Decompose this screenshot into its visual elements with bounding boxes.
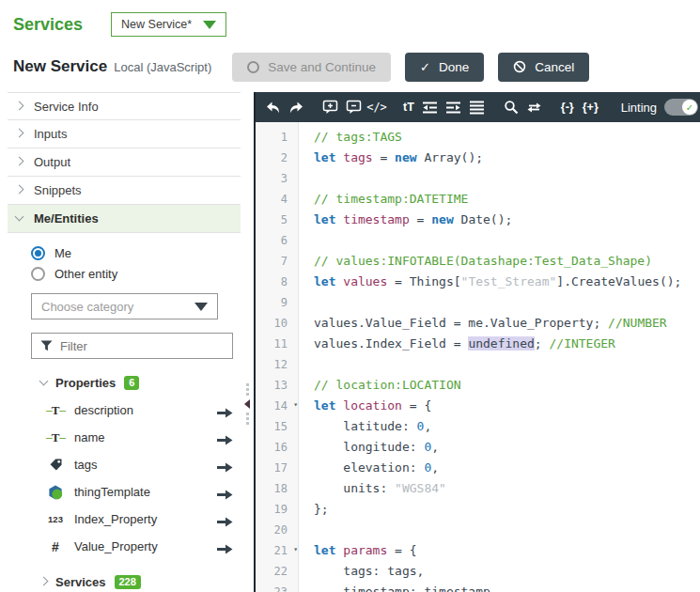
code-text[interactable]: values.Index_Field = undefined; //INTEGE… — [299, 334, 615, 354]
radio-me[interactable]: Me — [31, 246, 241, 260]
search-icon[interactable] — [500, 96, 522, 118]
sidebar-section-me-entities[interactable]: Me/Entities — [8, 205, 241, 233]
code-text[interactable] — [299, 168, 314, 189]
radio-unselected-icon[interactable] — [31, 267, 45, 281]
indent-less-icon[interactable] — [419, 96, 442, 118]
redo-icon[interactable] — [285, 96, 307, 118]
code-text[interactable]: tags: tags, — [299, 561, 424, 582]
properties-count-badge: 6 — [124, 376, 139, 390]
code-text[interactable]: // tags:TAGS — [299, 127, 402, 148]
service-selector-dropdown[interactable]: New Service* — [111, 12, 226, 37]
code-line: 2let tags = new Array(); — [256, 148, 700, 168]
line-number: 5 — [256, 210, 299, 230]
fold-marker-icon[interactable]: ▾ — [293, 539, 298, 560]
property-label: Index_Property — [74, 512, 157, 526]
property-item-thingTemplate[interactable]: thingTemplate — [31, 478, 241, 506]
code-text[interactable] — [299, 520, 314, 540]
properties-section-header[interactable]: Properties 6 — [31, 370, 241, 397]
code-area[interactable]: 1// tags:TAGS2let tags = new Array();34/… — [256, 122, 700, 592]
choose-category-placeholder: Choose category — [41, 300, 133, 314]
insert-snippet-arrow-icon[interactable] — [217, 460, 233, 476]
code-text[interactable]: let values = Things["Test_Stream"].Creat… — [299, 272, 681, 292]
code-icon[interactable]: </> — [366, 96, 388, 118]
code-text[interactable]: longitude: 0, — [299, 437, 439, 458]
services-label: Services — [55, 575, 106, 589]
add-comment-icon[interactable] — [319, 96, 341, 118]
property-item-tags[interactable]: tags — [31, 451, 241, 478]
code-line: 3 — [256, 168, 700, 189]
sidebar-section-inputs[interactable]: Inputs — [8, 120, 241, 148]
linting-toggle[interactable]: ✓ — [664, 99, 698, 116]
code-text[interactable]: latitude: 0, — [299, 416, 431, 437]
radio-me-label: Me — [54, 246, 71, 260]
code-text[interactable]: units: "WGS84" — [299, 478, 446, 499]
replace-icon[interactable] — [523, 96, 546, 118]
cancel-button[interactable]: Cancel — [498, 53, 589, 82]
code-text[interactable]: // location:LOCATION — [299, 375, 461, 396]
code-text[interactable] — [299, 354, 314, 375]
code-text[interactable]: timestamp: timestamp, — [299, 582, 498, 592]
code-text[interactable]: // timestamp:DATETIME — [299, 189, 468, 210]
remove-comment-icon[interactable] — [342, 96, 365, 118]
insert-snippet-arrow-icon[interactable] — [217, 541, 233, 558]
chevron-right-icon — [15, 185, 24, 195]
sidebar-section-label: Me/Entities — [34, 211, 99, 226]
collapse-left-icon[interactable] — [244, 399, 250, 409]
format-code-icon[interactable] — [466, 96, 489, 118]
insert-snippet-arrow-icon[interactable] — [217, 487, 233, 504]
chevron-down-icon — [194, 303, 208, 311]
save-and-continue-button[interactable]: Save and Continue — [232, 53, 391, 82]
code-line: 10values.Value_Field = me.Value_Property… — [256, 313, 700, 334]
property-item-Index_Property[interactable]: 123Index_Property — [31, 506, 241, 533]
insert-snippet-arrow-icon[interactable] — [217, 405, 233, 422]
tag-icon — [45, 458, 66, 472]
unfold-all-icon[interactable]: {+} — [579, 96, 602, 118]
undo-icon[interactable] — [261, 96, 284, 118]
choose-category-select[interactable]: Choose category — [31, 293, 218, 319]
sidebar-section-service-info[interactable]: Service Info — [8, 92, 241, 120]
line-number: 14▾ — [256, 396, 299, 416]
sidebar-section-output[interactable]: Output — [8, 148, 241, 177]
radio-other-entity[interactable]: Other entity — [31, 267, 241, 281]
font-size-icon[interactable]: tT — [399, 96, 418, 118]
code-text[interactable]: elevation: 0, — [299, 458, 439, 478]
code-text[interactable]: let timestamp = new Date(); — [299, 210, 512, 230]
fold-all-icon[interactable]: {-} — [557, 96, 578, 118]
code-text[interactable] — [299, 292, 314, 313]
insert-snippet-arrow-icon[interactable] — [217, 514, 233, 531]
line-number: 18 — [256, 478, 299, 499]
filter-box[interactable] — [31, 333, 233, 359]
filter-input[interactable] — [60, 339, 210, 353]
insert-snippet-arrow-icon[interactable] — [217, 432, 233, 449]
code-text[interactable]: let location = { — [299, 396, 431, 416]
code-line: 9 — [256, 292, 700, 313]
property-item-name[interactable]: –T–name — [31, 424, 241, 451]
integer-type-icon: 123 — [45, 514, 66, 524]
splitter-handle[interactable] — [242, 383, 252, 425]
line-number: 15 — [256, 416, 299, 437]
fold-marker-icon[interactable]: ▾ — [293, 395, 298, 415]
chevron-down-icon — [39, 377, 49, 386]
done-button[interactable]: ✓ Done — [405, 53, 484, 82]
line-number: 1 — [256, 127, 299, 148]
services-section-header[interactable]: Services 228 — [31, 569, 241, 592]
page-title: Services — [13, 15, 83, 35]
code-text[interactable] — [299, 230, 314, 251]
toggle-check-icon: ✓ — [682, 100, 697, 115]
line-number: 3 — [256, 168, 299, 189]
chevron-down-icon — [203, 21, 216, 29]
sidebar-section-snippets[interactable]: Snippets — [8, 177, 241, 205]
code-text[interactable]: }; — [299, 499, 329, 520]
code-line: 4// timestamp:DATETIME — [256, 189, 700, 210]
panel-splitter[interactable] — [241, 92, 254, 592]
indent-more-icon[interactable] — [443, 96, 465, 118]
property-item-Value_Property[interactable]: #Value_Property — [31, 533, 241, 560]
property-item-description[interactable]: –T–description — [31, 397, 241, 424]
code-text[interactable]: // values:INFOTABLE(Datashape:Test_Data_… — [299, 251, 652, 272]
line-number: 23 — [256, 582, 299, 592]
editor-toolbar: </> tT — [256, 92, 700, 122]
code-text[interactable]: let tags = new Array(); — [299, 148, 483, 168]
code-text[interactable]: let params = { — [299, 540, 417, 561]
radio-selected-icon[interactable] — [31, 246, 45, 260]
code-text[interactable]: values.Value_Field = me.Value_Property; … — [299, 313, 667, 334]
